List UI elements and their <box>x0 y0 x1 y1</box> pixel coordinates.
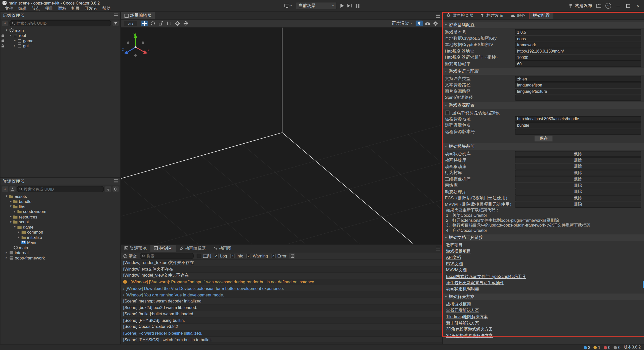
doc-link[interactable]: 游戏模板项目 <box>446 248 471 254</box>
tab-framework-config[interactable]: 框架配置 <box>529 12 553 19</box>
menu-item-6[interactable]: 开发者 <box>82 6 100 12</box>
doc-link[interactable]: 战棋游戏框架 <box>446 301 471 307</box>
hierarchy-node[interactable]: ▾main <box>1 28 120 33</box>
panel-menu-icon[interactable] <box>436 245 442 252</box>
status-warning[interactable]: 1 <box>594 345 600 350</box>
tab-animation-graph[interactable]: 动画图 <box>210 245 235 252</box>
checkbox[interactable] <box>445 110 450 115</box>
hierarchy-node[interactable]: ▸game <box>1 38 120 43</box>
step-button[interactable] <box>347 4 351 7</box>
tab-build-publish[interactable]: 构建发布 <box>477 12 507 19</box>
expand-caret-icon[interactable]: ▸ <box>13 209 17 214</box>
panel-menu-icon[interactable] <box>114 179 118 183</box>
asset-node[interactable]: ▸common <box>1 230 120 235</box>
field-input[interactable] <box>515 82 641 88</box>
log-row[interactable]: ›[Window] Download the Vue Devtools exte… <box>121 285 442 292</box>
refresh-icon[interactable] <box>112 186 118 192</box>
asset-node[interactable]: ▾libs <box>1 204 120 209</box>
tab-scene-editor[interactable]: 场景编辑器 <box>121 12 155 19</box>
field-input[interactable] <box>515 36 641 42</box>
orientation-gizmo[interactable]: Y X Z <box>121 32 150 61</box>
filter-warning-checkbox[interactable]: ✓Warning <box>247 254 268 258</box>
tab-animation-editor[interactable]: 动画编辑器 <box>176 245 210 252</box>
field-input[interactable] <box>515 95 641 101</box>
expand-caret-icon[interactable]: ▸ <box>9 199 13 204</box>
dimension-toggle[interactable]: 3D <box>124 21 137 26</box>
section-header[interactable]: ▾游戏资源配置 <box>443 102 644 109</box>
close-button[interactable]: × <box>635 3 641 9</box>
scene-select[interactable]: 当前场景 ▾ <box>296 2 337 9</box>
menu-item-5[interactable]: 扩展 <box>69 6 82 12</box>
camera-icon[interactable] <box>424 21 431 26</box>
log-row[interactable]: [Scene] [PHYSICS]: using builtin. <box>121 317 442 324</box>
expand-caret-icon[interactable]: ▸ <box>17 235 21 240</box>
expand-caret-icon[interactable]: ▸ <box>13 38 17 43</box>
hierarchy-node[interactable]: ▾root <box>1 33 120 38</box>
build-publish-button[interactable]: 构建发布 <box>569 3 592 9</box>
hierarchy-search-box[interactable] <box>10 20 111 26</box>
play-button[interactable] <box>340 4 344 8</box>
rotate-tool-icon[interactable] <box>149 21 156 26</box>
delete-module-button[interactable]: 删除 <box>515 202 641 208</box>
log-row[interactable]: [Scene] [PHYSICS]: switch from builtin t… <box>121 336 442 343</box>
console-search-box[interactable] <box>140 253 194 259</box>
section-header[interactable]: ▾框架解决方案 <box>443 293 644 300</box>
collapse-caret-icon[interactable]: ▾ <box>5 194 9 199</box>
export-log-icon[interactable] <box>289 253 295 258</box>
doc-link[interactable]: MVVM文档 <box>446 267 467 273</box>
scrollbar-thumb[interactable] <box>643 281 644 288</box>
delete-module-button[interactable]: 删除 <box>515 151 641 157</box>
expand-caret-icon[interactable]: ▸ <box>17 230 21 235</box>
log-row[interactable]: [Scene] Forward render pipeline initiali… <box>121 330 442 336</box>
save-button[interactable]: 保存 <box>534 136 553 142</box>
add-asset-button[interactable]: + <box>2 186 8 192</box>
filter-log-checkbox[interactable]: ✓Log <box>214 254 227 258</box>
doc-link[interactable]: 全栈开发解决方案 <box>446 308 479 313</box>
move-tool-icon[interactable] <box>141 21 148 26</box>
filter-info-checkbox[interactable]: ✓Info <box>230 254 243 258</box>
expand-log-caret-icon[interactable]: › <box>123 293 125 297</box>
asset-node[interactable]: ▸internal <box>1 250 120 255</box>
doc-link[interactable]: 原生包热更新配置自动生成插件 <box>446 280 504 286</box>
log-row[interactable]: [Window] ecs文件夹不存在 <box>121 266 442 273</box>
log-row[interactable]: ›[Window] You are running Vue in develop… <box>121 292 442 298</box>
field-input[interactable] <box>515 29 641 35</box>
asset-node[interactable]: ▾game <box>1 225 120 230</box>
assets-search-box[interactable] <box>17 186 104 192</box>
delete-module-button[interactable]: 删除 <box>515 183 641 189</box>
minimize-button[interactable] <box>615 3 621 9</box>
field-input[interactable] <box>515 122 641 128</box>
section-header[interactable]: ▾游戏多语言配置 <box>443 68 644 75</box>
doc-link[interactable]: 3D角色扮演游戏解决方案 <box>446 333 493 339</box>
field-input[interactable] <box>515 116 641 122</box>
section-header[interactable]: ▾框架模块裁剪 <box>443 144 644 150</box>
delete-module-button[interactable]: 删除 <box>515 195 641 201</box>
asset-filter-icon[interactable] <box>105 186 111 192</box>
collapse-caret-icon[interactable]: ▾ <box>9 220 13 225</box>
section-header[interactable]: ▾框架文档工具链接 <box>443 234 644 241</box>
status-compile[interactable]: 0 <box>614 345 620 350</box>
regex-checkbox[interactable]: 正则 <box>197 253 211 259</box>
delete-module-button[interactable]: 删除 <box>515 189 641 195</box>
asset-node[interactable]: ▸initialize <box>1 235 120 240</box>
project-folder-icon[interactable] <box>596 4 601 8</box>
filter-icon[interactable] <box>112 21 118 26</box>
asset-node[interactable]: ▾script <box>1 220 120 225</box>
delete-module-button[interactable]: 删除 <box>515 170 641 176</box>
tab-console[interactable]: 控制台 <box>150 245 176 252</box>
field-input[interactable] <box>515 42 641 48</box>
menu-item-4[interactable]: 面板 <box>56 6 69 12</box>
asset-node[interactable]: main <box>1 245 120 250</box>
doc-link[interactable]: 教程项目 <box>446 242 463 248</box>
expand-caret-icon[interactable]: ▸ <box>9 214 13 220</box>
collapse-caret-icon[interactable]: ▾ <box>13 225 17 230</box>
doc-link[interactable]: API文档 <box>446 255 461 260</box>
field-input[interactable] <box>515 61 641 67</box>
expand-caret-icon[interactable]: ▸ <box>5 250 9 255</box>
field-input[interactable] <box>515 76 641 82</box>
pivot-tool-icon[interactable] <box>174 21 181 26</box>
field-input[interactable] <box>515 89 641 95</box>
filter-error-checkbox[interactable]: ✓Error <box>271 254 287 258</box>
console-search-input[interactable] <box>147 254 191 258</box>
collapse-caret-icon[interactable]: ▾ <box>9 33 13 38</box>
